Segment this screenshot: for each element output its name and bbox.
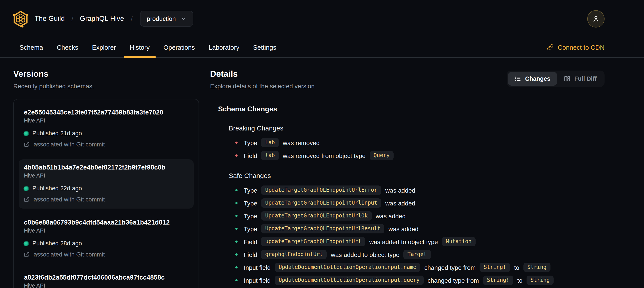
version-service: Hive API: [24, 118, 188, 124]
published-label: Published 21d ago: [32, 130, 82, 137]
details-header: Details Explore details of the selected …: [210, 69, 604, 90]
details-panel: Details Explore details of the selected …: [199, 58, 644, 288]
versions-list: e2e55045345ce13fe07f52a77459b83fa3fe7020…: [13, 99, 199, 288]
code-chip: graphqlEndpointUrl: [261, 250, 327, 259]
app-window: The Guild / GraphQL Hive / production Sc…: [0, 0, 644, 288]
code-chip: updateTargetGraphQLEndpointUrl: [261, 237, 366, 246]
code-chip: String: [523, 263, 550, 272]
bullet-dot: [235, 253, 238, 256]
schema-changes-title: Schema Changes: [218, 105, 604, 113]
change-text: was added: [385, 187, 415, 194]
version-item[interactable]: c8b6e88a06793b9c4dfd54aaa21b36a1b421d812…: [18, 214, 194, 263]
version-status: Published 21d ago: [24, 130, 188, 137]
change-text: was removed from object type: [283, 152, 366, 159]
link-icon: [547, 44, 554, 51]
bullet-dot: [235, 154, 238, 157]
version-status: Published 28d ago: [24, 240, 188, 247]
breadcrumb-separator: /: [71, 15, 73, 23]
code-chip: Lab: [261, 138, 279, 147]
versions-title: Versions: [13, 69, 199, 79]
change-text: Type: [244, 199, 257, 207]
details-title: Details: [210, 69, 315, 79]
code-chip: lab: [261, 151, 279, 160]
breaking-changes-list: TypeLabwas removedFieldlabwas removed fr…: [229, 138, 604, 161]
git-commit-link[interactable]: associated with Git commit: [24, 196, 188, 203]
top-header: The Guild / GraphQL Hive / production: [0, 0, 644, 37]
external-link-icon: [24, 197, 30, 202]
git-commit-link[interactable]: associated with Git commit: [24, 251, 188, 258]
main-content: Versions Recently published schemas. e2e…: [0, 58, 644, 288]
code-chip: Target: [404, 250, 431, 259]
code-chip: Query: [370, 151, 394, 160]
change-text: Field: [244, 238, 257, 245]
bullet-dot: [235, 142, 238, 144]
breadcrumb-org[interactable]: The Guild: [34, 15, 65, 23]
version-status: Published 22d ago: [24, 185, 188, 192]
version-item[interactable]: e2e55045345ce13fe07f52a77459b83fa3fe7020…: [18, 104, 194, 154]
bullet-dot: [235, 228, 238, 230]
code-chip: UpdateTargetGraphQLEndpointUrlResult: [261, 224, 384, 233]
change-text: was added to object type: [369, 238, 438, 245]
change-text: changed type from: [428, 277, 479, 284]
code-chip: String: [526, 275, 554, 285]
version-item[interactable]: a823f6db2a55df877dcf406006abca97fcc4858c…: [18, 269, 194, 288]
change-text: to: [517, 277, 522, 284]
change-item: FieldgraphqlEndpointUrlwas added to obje…: [229, 249, 604, 259]
published-label: Published 22d ago: [32, 185, 82, 192]
tab-settings[interactable]: Settings: [247, 37, 282, 57]
tab-history[interactable]: History: [124, 37, 156, 57]
external-link-icon: [24, 142, 30, 147]
breaking-changes-title: Breaking Changes: [229, 124, 604, 132]
code-chip: String!: [483, 275, 513, 285]
code-chip: String!: [480, 263, 510, 272]
connect-cdn-link[interactable]: Connect to CDN: [547, 44, 604, 51]
change-text: Type: [244, 212, 257, 219]
full-diff-view-label: Full Diff: [574, 75, 597, 82]
code-chip: UpdateTargetGraphQLEndpointUrlOk: [261, 211, 372, 220]
schema-changes-section: Schema Changes Breaking Changes TypeLabw…: [218, 105, 604, 285]
tab-bar: Schema Checks Explorer History Operation…: [0, 37, 644, 58]
breadcrumb: The Guild / GraphQL Hive / production: [13, 10, 193, 28]
safe-changes-title: Safe Changes: [229, 172, 604, 179]
breadcrumb-separator: /: [131, 15, 132, 23]
version-service: Hive API: [24, 283, 188, 288]
external-link-icon: [24, 252, 30, 257]
bullet-dot: [235, 266, 238, 268]
git-commit-link[interactable]: associated with Git commit: [24, 141, 188, 148]
change-text: was added: [385, 199, 415, 207]
changes-view-label: Changes: [525, 75, 550, 82]
bullet-dot: [235, 279, 238, 281]
avatar[interactable]: [587, 10, 604, 27]
change-item: TypeUpdateTargetGraphQLEndpointUrlResult…: [229, 224, 604, 234]
target-selector-dropdown[interactable]: production: [140, 11, 193, 27]
breadcrumb-project[interactable]: GraphQL Hive: [80, 15, 124, 23]
tab-operations[interactable]: Operations: [157, 37, 201, 57]
change-text: Field: [244, 251, 257, 258]
git-commit-label: associated with Git commit: [34, 141, 105, 148]
details-subtitle: Explore details of the selected version: [210, 83, 315, 90]
version-item-selected[interactable]: 4b05ab51b1b4a7e2e4b0ef82172f2b9f7ef98c0b…: [18, 159, 194, 209]
code-chip: UpdateTargetGraphQLEndpointUrlInput: [261, 198, 382, 208]
target-selector-value: production: [147, 15, 176, 22]
chevron-down-icon: [180, 16, 186, 22]
code-chip: Mutation: [442, 237, 476, 246]
tab-checks[interactable]: Checks: [50, 37, 84, 57]
change-item: TypeUpdateTargetGraphQLEndpointUrlOkwas …: [229, 211, 604, 221]
version-hash: 4b05ab51b1b4a7e2e4b0ef82172f2b9f7ef98c0b: [24, 164, 188, 171]
published-status-dot: [24, 131, 28, 136]
git-commit-label: associated with Git commit: [34, 251, 105, 258]
tab-schema[interactable]: Schema: [13, 37, 49, 57]
published-status-dot: [24, 186, 28, 191]
view-toggle: Changes Full Diff: [506, 71, 604, 87]
changes-view-button[interactable]: Changes: [508, 72, 557, 86]
connect-cdn-label: Connect to CDN: [558, 44, 604, 51]
change-text: Input field: [244, 277, 270, 284]
safe-changes-list: TypeUpdateTargetGraphQLEndpointUrlErrorw…: [229, 185, 604, 285]
bullet-dot: [235, 240, 238, 243]
hive-logo-icon[interactable]: [13, 10, 28, 28]
change-item: TypeUpdateTargetGraphQLEndpointUrlErrorw…: [229, 185, 604, 195]
tab-laboratory[interactable]: Laboratory: [202, 37, 246, 57]
change-text: Field: [244, 152, 257, 159]
tab-explorer[interactable]: Explorer: [86, 37, 122, 57]
full-diff-view-button[interactable]: Full Diff: [557, 72, 604, 86]
